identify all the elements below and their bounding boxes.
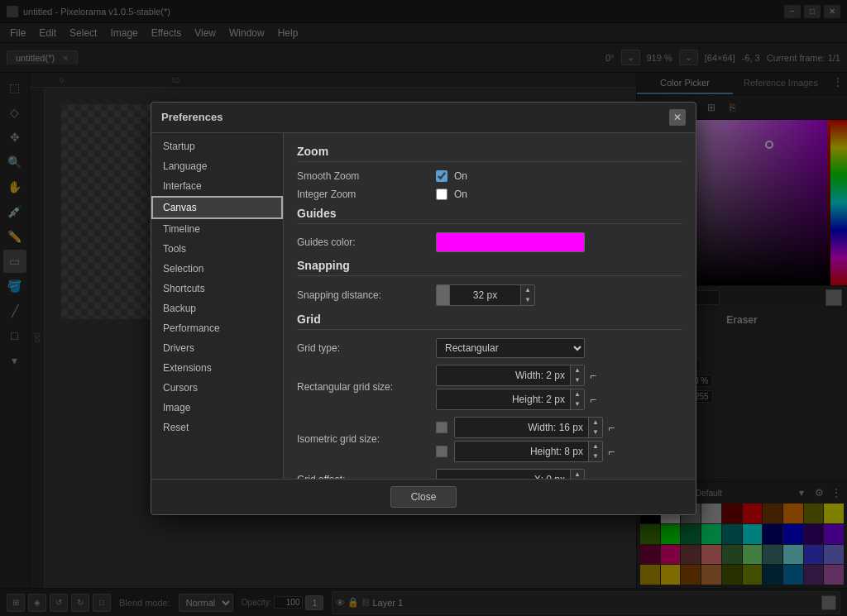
offset-x-arrows: ▲ ▼ xyxy=(570,470,584,479)
iso-height-swatch xyxy=(436,446,447,457)
smooth-zoom-row: Smooth Zoom On xyxy=(297,170,682,182)
modal-body: Startup Language Interface Canvas Timeli… xyxy=(151,133,696,479)
offset-x-row: X: 0 px ▲ ▼ xyxy=(436,469,585,479)
nav-canvas[interactable]: Canvas xyxy=(151,196,283,219)
smooth-zoom-text: On xyxy=(454,170,467,182)
iso-height-up[interactable]: ▲ xyxy=(589,442,602,451)
rect-width-arrows: ▲ ▼ xyxy=(570,365,584,385)
nav-timeline[interactable]: Timeline xyxy=(151,219,283,239)
guides-color-row: Guides color: xyxy=(297,232,682,252)
nav-drivers[interactable]: Drivers xyxy=(151,338,283,358)
modal-title: Preferences xyxy=(161,111,223,123)
rect-width-down[interactable]: ▼ xyxy=(571,375,584,385)
guides-color-button[interactable] xyxy=(436,232,585,252)
snapping-distance-label: Snapping distance: xyxy=(297,289,429,301)
grid-offset-row: Grid offset: X: 0 px ▲ ▼ xyxy=(297,469,682,479)
preferences-modal: Preferences ✕ Startup Language Interface… xyxy=(151,102,696,515)
rect-height-up[interactable]: ▲ xyxy=(571,389,584,399)
smooth-zoom-checkbox[interactable] xyxy=(436,170,447,182)
section-grid: Grid xyxy=(297,313,682,330)
nav-cursors[interactable]: Cursors xyxy=(151,378,283,398)
integer-zoom-text: On xyxy=(454,189,467,200)
iso-height-box: Height: 8 px ▲ ▼ xyxy=(454,441,603,462)
iso-height-corner-icon: ⌐ xyxy=(608,445,621,458)
nav-performance[interactable]: Performance xyxy=(151,318,283,338)
rect-grid-label: Rectangular grid size: xyxy=(297,381,429,393)
rect-grid-row: Rectangular grid size: Width: 2 px ▲ ▼ ⌐ xyxy=(297,365,682,410)
section-guides: Guides xyxy=(297,207,682,224)
grid-offset-size: X: 0 px ▲ ▼ xyxy=(436,469,585,479)
modal-close-button[interactable]: ✕ xyxy=(669,109,686,126)
iso-width-value: Width: 16 px xyxy=(455,419,588,436)
iso-width-row: Width: 16 px ▲ ▼ ⌐ xyxy=(436,417,621,438)
iso-height-row: Height: 8 px ▲ ▼ ⌐ xyxy=(436,441,621,462)
snapping-distance-spinbox: 32 px ▲ ▼ xyxy=(436,284,535,306)
nav-extensions[interactable]: Extensions xyxy=(151,358,283,378)
offset-x-value: X: 0 px xyxy=(437,471,570,479)
rect-height-box: Height: 2 px ▲ ▼ xyxy=(436,389,585,410)
iso-height-arrows: ▲ ▼ xyxy=(588,442,602,461)
integer-zoom-checkbox[interactable] xyxy=(436,189,447,200)
nav-selection[interactable]: Selection xyxy=(151,259,283,279)
iso-height-value: Height: 8 px xyxy=(455,443,588,460)
iso-width-corner-icon: ⌐ xyxy=(608,421,621,434)
nav-tools[interactable]: Tools xyxy=(151,239,283,259)
guides-color-label: Guides color: xyxy=(297,236,429,248)
snapping-distance-row: Snapping distance: 32 px ▲ ▼ xyxy=(297,284,682,306)
nav-language[interactable]: Language xyxy=(151,156,283,176)
offset-x-up[interactable]: ▲ xyxy=(571,470,584,479)
section-zoom: Zoom xyxy=(297,145,682,162)
grid-type-label: Grid type: xyxy=(297,342,429,354)
iso-grid-label: Isometric grid size: xyxy=(297,433,429,445)
section-snapping: Snapping xyxy=(297,259,682,276)
rect-height-corner-icon: ⌐ xyxy=(590,393,603,406)
smooth-zoom-label: Smooth Zoom xyxy=(297,170,429,182)
iso-grid-size: Width: 16 px ▲ ▼ ⌐ Height: 8 xyxy=(436,417,621,462)
iso-grid-row: Isometric grid size: Width: 16 px ▲ ▼ xyxy=(297,417,682,462)
rect-grid-size: Width: 2 px ▲ ▼ ⌐ Height: 2 px xyxy=(436,365,603,410)
iso-width-box: Width: 16 px ▲ ▼ xyxy=(454,417,603,438)
iso-width-arrows: ▲ ▼ xyxy=(588,418,602,437)
rect-height-down[interactable]: ▼ xyxy=(571,399,584,409)
iso-width-down[interactable]: ▼ xyxy=(589,427,602,437)
rect-width-corner-icon: ⌐ xyxy=(590,369,603,382)
nav-startup[interactable]: Startup xyxy=(151,136,283,156)
modal-overlay[interactable]: Preferences ✕ Startup Language Interface… xyxy=(0,0,847,616)
iso-width-swatch xyxy=(436,422,447,433)
rect-width-box: Width: 2 px ▲ ▼ xyxy=(436,365,585,386)
rect-height-value: Height: 2 px xyxy=(437,391,570,408)
snapping-down-btn[interactable]: ▼ xyxy=(521,295,534,305)
grid-offset-label: Grid offset: xyxy=(297,474,429,479)
modal-sidebar: Startup Language Interface Canvas Timeli… xyxy=(151,133,284,479)
nav-backup[interactable]: Backup xyxy=(151,298,283,318)
rect-width-up[interactable]: ▲ xyxy=(571,365,584,375)
modal-header: Preferences ✕ xyxy=(151,103,696,133)
modal-close-btn[interactable]: Close xyxy=(390,486,457,508)
grid-type-row: Grid type: Rectangular Isometric xyxy=(297,338,682,358)
rect-width-row: Width: 2 px ▲ ▼ ⌐ xyxy=(436,365,603,386)
snapping-swatch xyxy=(437,285,450,305)
nav-shortcuts[interactable]: Shortcuts xyxy=(151,279,283,298)
offset-x-box: X: 0 px ▲ ▼ xyxy=(436,469,585,479)
snapping-up-btn[interactable]: ▲ xyxy=(521,285,534,295)
integer-zoom-row: Integer Zoom On xyxy=(297,189,682,200)
modal-footer: Close xyxy=(151,479,696,514)
grid-type-select[interactable]: Rectangular Isometric xyxy=(436,338,585,358)
snapping-spinbox-arrows: ▲ ▼ xyxy=(520,285,534,305)
nav-interface[interactable]: Interface xyxy=(151,176,283,196)
modal-content: Zoom Smooth Zoom On Integer Zoom On Guid… xyxy=(284,133,696,479)
rect-height-row: Height: 2 px ▲ ▼ ⌐ xyxy=(436,389,603,410)
nav-image[interactable]: Image xyxy=(151,398,283,418)
rect-height-arrows: ▲ ▼ xyxy=(570,389,584,409)
rect-width-value: Width: 2 px xyxy=(437,367,570,384)
nav-reset[interactable]: Reset xyxy=(151,418,283,437)
integer-zoom-label: Integer Zoom xyxy=(297,189,429,200)
iso-height-down[interactable]: ▼ xyxy=(589,451,602,461)
snapping-distance-value: 32 px xyxy=(450,288,520,303)
iso-width-up[interactable]: ▲ xyxy=(589,418,602,427)
